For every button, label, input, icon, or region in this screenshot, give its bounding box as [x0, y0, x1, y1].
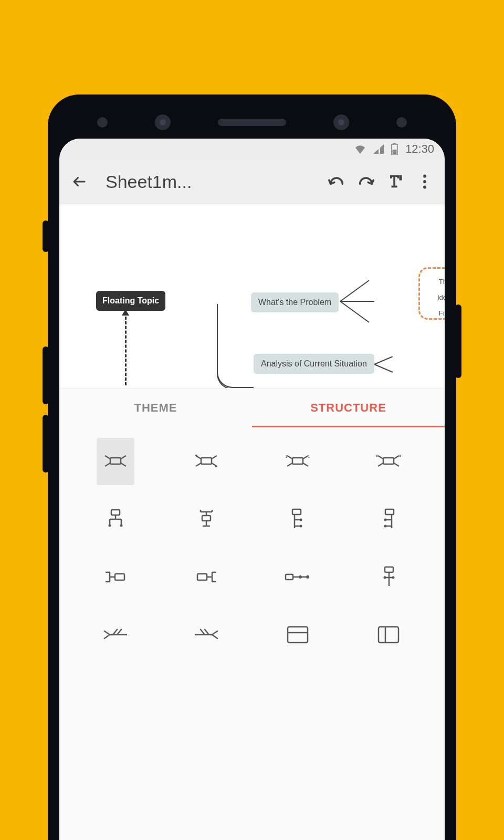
signal-icon — [373, 144, 384, 154]
tab-theme[interactable]: THEME — [59, 388, 252, 427]
panel-tabs: THEME STRUCTURE — [59, 388, 445, 427]
svg-rect-7 — [110, 458, 121, 464]
mindmap-canvas[interactable]: Floating Topic What's the Problem Analys… — [59, 204, 445, 388]
svg-point-19 — [299, 525, 302, 528]
phone-frame: 12:30 Sheet1m... Floating Topic — [48, 94, 456, 840]
svg-point-27 — [306, 575, 309, 579]
structure-option-tree-right[interactable] — [252, 496, 343, 543]
svg-point-30 — [392, 576, 395, 579]
svg-point-4 — [423, 175, 426, 178]
structure-option-matrix-columns[interactable] — [343, 611, 435, 658]
structure-option-fishbone-left[interactable] — [70, 611, 161, 658]
structure-option-org-chart-down[interactable] — [70, 496, 161, 543]
screen: 12:30 Sheet1m... Floating Topic — [59, 139, 445, 840]
branch-line — [217, 364, 254, 388]
redo-icon[interactable] — [356, 172, 375, 191]
structure-option-tree-table[interactable] — [343, 553, 435, 601]
side-button-1 — [43, 220, 49, 252]
back-icon[interactable] — [70, 172, 89, 191]
svg-point-6 — [423, 186, 426, 189]
floating-topic-node[interactable]: Floating Topic — [96, 291, 165, 311]
svg-rect-12 — [383, 458, 394, 464]
svg-rect-25 — [286, 574, 293, 580]
battery-icon — [391, 143, 398, 155]
subtopic-text[interactable]: Ide — [437, 293, 445, 301]
structure-option-map-clockwise[interactable] — [161, 438, 253, 485]
volume-up-button — [43, 346, 49, 404]
structure-option-fishbone-right[interactable] — [161, 611, 253, 658]
structure-grid: 11 — [59, 427, 445, 840]
structure-option-map-timeline[interactable] — [343, 438, 435, 485]
status-bar: 12:30 — [59, 139, 445, 160]
svg-point-22 — [384, 525, 387, 528]
svg-rect-16 — [202, 516, 211, 521]
svg-text:1: 1 — [308, 454, 310, 459]
svg-rect-32 — [379, 627, 398, 643]
power-button — [455, 304, 461, 378]
subtopic-lines — [332, 272, 395, 325]
svg-point-15 — [120, 524, 122, 527]
subtopic-lines — [372, 356, 403, 383]
structure-option-map-anticlockwise[interactable]: 11 — [252, 438, 343, 485]
topic-node[interactable]: Analysis of Current Situation — [254, 354, 374, 374]
wifi-icon — [354, 144, 366, 154]
svg-rect-23 — [115, 574, 124, 580]
svg-rect-28 — [385, 567, 393, 572]
svg-rect-13 — [111, 510, 120, 515]
svg-point-18 — [299, 519, 302, 521]
svg-rect-31 — [288, 627, 308, 643]
sheet-title[interactable]: Sheet1m... — [99, 172, 317, 192]
svg-point-29 — [384, 576, 386, 579]
format-icon[interactable] — [386, 172, 405, 191]
topic-node[interactable]: What's the Problem — [251, 292, 339, 312]
svg-rect-9 — [292, 458, 303, 464]
toolbar: Sheet1m... — [59, 160, 445, 204]
structure-option-map-balanced[interactable] — [97, 438, 134, 485]
structure-option-matrix-rows[interactable] — [252, 611, 343, 658]
svg-rect-24 — [197, 574, 207, 580]
structure-option-org-chart-up[interactable] — [161, 496, 253, 543]
structure-option-logic-left[interactable] — [161, 553, 253, 601]
structure-option-logic-right[interactable] — [70, 553, 161, 601]
svg-rect-2 — [392, 150, 396, 154]
svg-point-21 — [384, 519, 387, 521]
svg-text:1: 1 — [285, 454, 288, 459]
undo-icon[interactable] — [327, 172, 346, 191]
subtopic-text[interactable]: Th — [439, 278, 445, 286]
volume-down-button — [43, 415, 49, 472]
svg-point-5 — [423, 180, 426, 183]
relationship-line — [125, 312, 127, 385]
svg-rect-3 — [400, 175, 402, 181]
svg-point-26 — [299, 575, 302, 579]
tab-structure[interactable]: STRUCTURE — [252, 388, 445, 427]
clock: 12:30 — [405, 142, 434, 156]
svg-rect-17 — [292, 509, 301, 514]
structure-option-timeline-horizontal[interactable] — [252, 553, 343, 601]
phone-notch — [59, 106, 445, 139]
subtopic-text[interactable]: Fir — [439, 309, 445, 317]
structure-option-tree-left[interactable] — [343, 496, 435, 543]
svg-rect-20 — [385, 509, 394, 514]
svg-point-14 — [108, 524, 111, 527]
overflow-menu-icon[interactable] — [415, 172, 434, 191]
svg-rect-8 — [201, 458, 212, 464]
